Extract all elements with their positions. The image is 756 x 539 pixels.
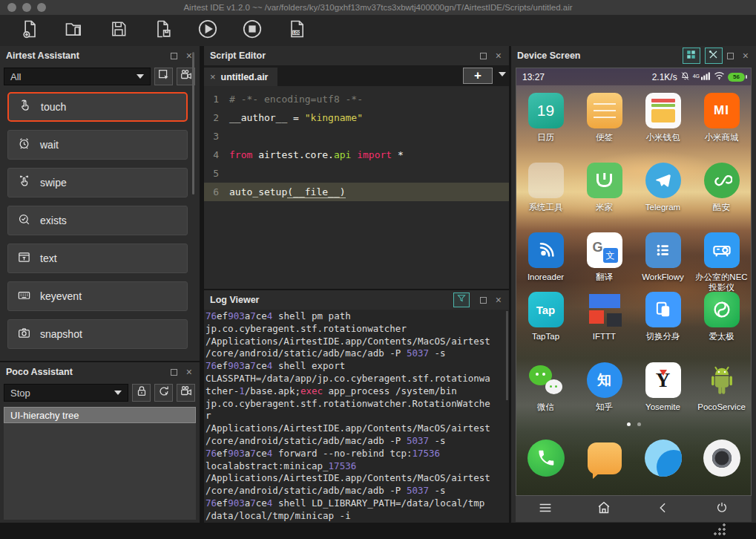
code-line-3[interactable]: 3: [204, 127, 509, 146]
poco-mode-select[interactable]: Stop: [4, 384, 128, 402]
wifi-icon: [714, 71, 725, 82]
app-wechat[interactable]: 微信: [516, 362, 575, 412]
assistant-item-keyevent[interactable]: keyevent: [7, 281, 188, 311]
app-zhihu[interactable]: 知知乎: [575, 362, 634, 412]
app-label: IFTTT: [593, 331, 616, 342]
app-coolapk[interactable]: 酷安: [692, 163, 751, 212]
code-line-6[interactable]: 6auto_setup(__file__): [204, 183, 509, 201]
assistant-item-exists[interactable]: exists: [7, 206, 188, 235]
app-notes[interactable]: 便签: [575, 93, 634, 143]
device-mirror-screen[interactable]: 13:27 2.1K/s 4G 56 19日历便签小米钱包MI小米商城系统工具米…: [516, 68, 752, 496]
app-taichi[interactable]: 爱太极: [692, 292, 751, 342]
app-pocoservice[interactable]: PocoService: [692, 362, 751, 412]
close-tab-icon[interactable]: ×: [210, 71, 216, 82]
float-panel-icon[interactable]: [727, 53, 734, 59]
stop-script-button[interactable]: [240, 19, 264, 42]
poco-refresh-button[interactable]: [154, 384, 173, 402]
close-panel-icon[interactable]: ×: [186, 50, 192, 61]
log-filter-button[interactable]: [453, 293, 470, 307]
tab-untitled-air[interactable]: × untitled.air: [204, 68, 277, 86]
code-line-1[interactable]: 1# -*- encoding=utf8 -*-: [204, 90, 509, 108]
log-viewer-header: Log Viewer ×: [204, 290, 509, 310]
dock-browser[interactable]: [634, 440, 692, 477]
code-editor[interactable]: 1# -*- encoding=utf8 -*-2__author__ = "k…: [204, 86, 509, 289]
app-yosemite[interactable]: YYosemite: [634, 362, 692, 412]
poco-record-button[interactable]: [177, 384, 195, 402]
float-panel-icon[interactable]: [171, 53, 177, 59]
assistant-filter-select[interactable]: All: [4, 68, 151, 85]
poco-assistant-title: Poco Assistant: [6, 367, 73, 377]
dock-phone[interactable]: [516, 440, 575, 477]
log-line: jp.co.cyberagent.stf.rotationwatcher: [206, 323, 509, 336]
lock-icon: [135, 385, 148, 401]
close-panel-icon[interactable]: ×: [186, 367, 192, 377]
app-label: 便签: [596, 132, 613, 143]
mi-home-icon: [587, 163, 622, 198]
app-ifttt[interactable]: IFTTT: [575, 292, 634, 342]
new-script-icon: [19, 19, 40, 42]
status-time: 13:27: [522, 72, 545, 82]
log-scrollbar[interactable]: [506, 311, 508, 400]
dock-camera[interactable]: [692, 440, 751, 477]
tab-list-chevron-icon[interactable]: [499, 72, 506, 76]
ui-hierarchy-tree-header[interactable]: UI-hierachy tree: [4, 407, 196, 423]
resize-grip[interactable]: [710, 523, 726, 536]
log-output[interactable]: 76ef903a7ce4 shell pm pathjp.co.cyberage…: [204, 310, 509, 523]
app-calendar[interactable]: 19日历: [516, 93, 575, 143]
assistant-item-swipe[interactable]: swipe: [7, 168, 188, 197]
assistant-item-label: keyevent: [40, 290, 82, 302]
assistant-item-touch[interactable]: touch: [7, 92, 188, 122]
close-panel-icon[interactable]: ×: [496, 50, 502, 61]
save-script-button[interactable]: [107, 19, 131, 42]
menu-nav-button[interactable]: [516, 496, 575, 522]
minimize-window-button[interactable]: [22, 3, 31, 12]
app-mi-store[interactable]: MI小米商城: [692, 93, 751, 143]
assistant-item-snapshot[interactable]: snapshot: [7, 319, 188, 349]
home-nav-button[interactable]: [575, 496, 634, 522]
app-mi-wallet[interactable]: 小米钱包: [634, 93, 692, 143]
log-line: 76ef903a7ce4 forward --no-rebind tcp:175…: [206, 448, 509, 460]
code-line-2[interactable]: 2__author__ = "kingname": [204, 108, 509, 127]
close-window-button[interactable]: [7, 3, 16, 12]
layout-inspect-button[interactable]: [683, 48, 700, 64]
app-mi-home[interactable]: 米家: [575, 163, 634, 212]
close-panel-icon[interactable]: ×: [496, 295, 502, 305]
new-script-button[interactable]: [18, 19, 42, 42]
app-projector[interactable]: 办公室的NEC投影仪: [692, 232, 751, 293]
funnel-icon: [456, 293, 467, 307]
dock-sms[interactable]: [575, 440, 634, 477]
assistant-item-wait[interactable]: wait: [7, 130, 188, 160]
new-tab-button[interactable]: +: [463, 68, 493, 84]
screen-snippet-button[interactable]: [154, 68, 173, 85]
open-script-button[interactable]: [62, 19, 86, 42]
ifttt-icon: [587, 292, 622, 327]
device-screen-header: Device Screen ×: [511, 46, 756, 65]
app-workflowy[interactable]: WorkFlowy: [634, 232, 692, 293]
app-inoreader[interactable]: Inoreader: [516, 232, 575, 293]
code-line-5[interactable]: 5: [204, 164, 509, 183]
code-line-4[interactable]: 4from airtest.core.api import *: [204, 146, 509, 164]
inoreader-icon: [528, 232, 564, 268]
app-label: PocoService: [697, 402, 746, 412]
show-log-button[interactable]: LOG: [285, 19, 309, 42]
float-panel-icon[interactable]: [480, 53, 487, 59]
close-panel-icon[interactable]: ×: [743, 50, 749, 61]
app-telegram[interactable]: Telegram: [634, 163, 692, 212]
maximize-window-button[interactable]: [37, 3, 46, 12]
device-tools-button[interactable]: [705, 48, 723, 64]
app-folder[interactable]: 系统工具: [516, 163, 575, 212]
assistant-scrollbar[interactable]: [192, 52, 194, 195]
app-clone[interactable]: 切换分身: [634, 292, 692, 342]
float-panel-icon[interactable]: [171, 369, 177, 376]
run-script-button[interactable]: [196, 19, 220, 42]
float-panel-icon[interactable]: [480, 297, 487, 304]
power-nav-button[interactable]: [693, 496, 752, 522]
save-script-as-button[interactable]: [151, 19, 175, 42]
app-taptap[interactable]: TapTapTap: [516, 292, 575, 342]
back-nav-button[interactable]: [634, 496, 693, 522]
log-line: /core/android/static/adb/mac/adb -P 5037…: [206, 347, 509, 360]
log-line: 76ef903a7ce4 shell pm path: [206, 310, 509, 323]
poco-lock-button[interactable]: [132, 384, 151, 402]
assistant-item-text[interactable]: text: [7, 244, 188, 273]
app-translate[interactable]: G文翻译: [575, 232, 634, 293]
